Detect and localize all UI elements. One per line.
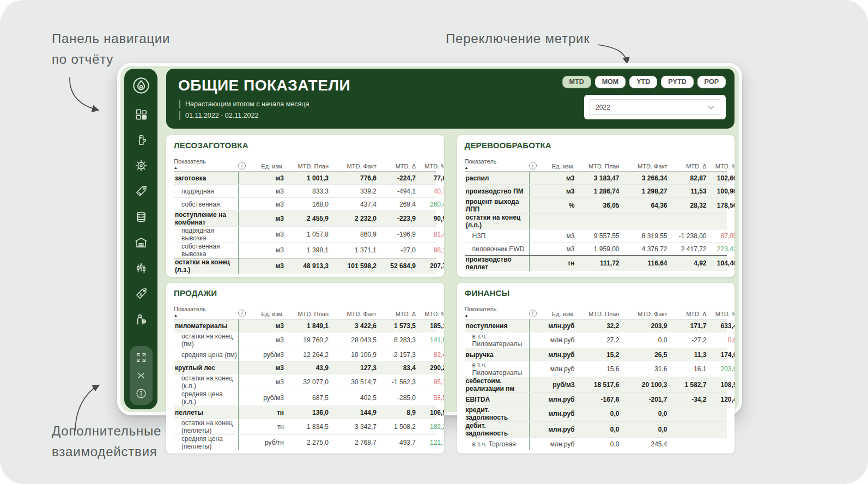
metric-button-pop[interactable]: POP bbox=[697, 76, 726, 88]
table-title: ПРОДАЖИ bbox=[174, 288, 436, 298]
row-unit: млн.руб bbox=[541, 361, 575, 377]
info-icon[interactable]: i bbox=[238, 162, 246, 170]
info-icon[interactable] bbox=[135, 388, 147, 400]
column-header-unit[interactable]: Ед. изм. bbox=[541, 163, 575, 170]
column-header-plan[interactable]: MTD. План bbox=[284, 163, 329, 170]
row-delta-value: 1 508,2 bbox=[377, 419, 416, 434]
info-icon[interactable]: i bbox=[529, 162, 537, 170]
sale-tag-icon[interactable] bbox=[134, 184, 148, 198]
table-row: поступление на комбинатм32 455,92 232,0-… bbox=[174, 210, 436, 226]
row-unit: м3 bbox=[541, 172, 575, 184]
column-header-delta[interactable]: MTD. Δ bbox=[667, 311, 707, 317]
column-header-plan[interactable]: MTD. План bbox=[575, 163, 620, 170]
table: Показатель▲iЕд. изм.MTD. ПланMTD. ФактMT… bbox=[465, 300, 727, 450]
column-header-indicator[interactable]: Показатель▲ bbox=[465, 306, 529, 317]
row-delta-value: 11,3 bbox=[667, 348, 707, 361]
person-settings-icon[interactable] bbox=[134, 312, 148, 326]
row-indicator-name: процент выхода ЛПП bbox=[465, 198, 529, 213]
row-unit: м3 bbox=[250, 185, 284, 197]
collapse-icon[interactable] bbox=[135, 370, 147, 382]
row-delta-value: -27,2 bbox=[667, 332, 707, 348]
table-row: круглый лесм343,9127,383,4290,2 bbox=[174, 361, 436, 374]
row-divider-cell bbox=[238, 406, 250, 419]
row-divider-cell bbox=[238, 374, 250, 390]
coins-icon[interactable] bbox=[134, 210, 148, 224]
row-delta-value bbox=[667, 438, 707, 450]
column-header-pct[interactable]: MTD. % bbox=[707, 311, 735, 317]
annotation-line: Панель навигации bbox=[52, 28, 170, 49]
row-percent-value: 81,4 bbox=[416, 227, 444, 242]
column-header-unit[interactable]: Ед. изм. bbox=[250, 163, 284, 170]
row-fact-value: 2 232,0 bbox=[329, 211, 377, 226]
row-unit: м3 bbox=[250, 258, 284, 274]
column-header-indicator[interactable]: Показатель▲ bbox=[465, 158, 529, 170]
row-divider-cell bbox=[529, 172, 541, 184]
row-percent-value: 82,4 bbox=[416, 348, 444, 361]
row-plan-value: 1 834,5 bbox=[284, 419, 329, 434]
row-percent-value: 77,6 bbox=[416, 172, 444, 184]
table-row: подряднаям3833,3339,2-494,140,7 bbox=[174, 184, 436, 197]
warehouse-icon[interactable] bbox=[134, 235, 148, 250]
row-plan-value: 27,2 bbox=[575, 332, 620, 348]
column-header-pct[interactable]: MTD. % bbox=[416, 311, 444, 317]
candlestick-chart-icon[interactable] bbox=[134, 261, 148, 275]
column-header-fact[interactable]: MTD. Факт bbox=[620, 311, 667, 317]
column-header-delta[interactable]: MTD. Δ bbox=[667, 163, 707, 170]
column-header-indicator[interactable]: Показатель▲ bbox=[174, 306, 238, 317]
row-delta-value: 1 582,7 bbox=[667, 377, 707, 392]
row-indicator-name: кредит. задолжность bbox=[465, 406, 529, 421]
price-tag-dollar-icon[interactable]: $ bbox=[134, 287, 148, 301]
row-plan-value: 0,0 bbox=[575, 422, 620, 437]
table-row: в т.ч. Пиломатериалымлн.руб15,631,616,12… bbox=[465, 361, 727, 377]
column-header-fact[interactable]: MTD. Факт bbox=[329, 311, 377, 317]
row-indicator-name: остатки на конец (к.л.) bbox=[174, 374, 238, 390]
row-percent-value: 0,0 bbox=[707, 332, 735, 348]
row-percent-value: 40,7 bbox=[416, 185, 444, 197]
row-delta-value: -1 562,3 bbox=[377, 374, 416, 390]
column-header-unit[interactable]: Ед. изм. bbox=[250, 311, 284, 317]
column-header-plan[interactable]: MTD. План bbox=[284, 311, 329, 317]
row-plan-value: 18 517,6 bbox=[575, 377, 620, 392]
row-delta-value: -285,0 bbox=[377, 390, 416, 406]
expand-icon[interactable] bbox=[135, 352, 147, 364]
metric-button-mom[interactable]: MOM bbox=[595, 76, 626, 88]
table-card-finance: ФИНАНСЫ Показатель▲iЕд. изм.MTD. ПланMTD… bbox=[457, 283, 735, 453]
row-percent-value bbox=[707, 406, 735, 421]
row-unit: м3 bbox=[250, 374, 284, 390]
gear-icon[interactable] bbox=[134, 159, 148, 173]
row-fact-value: 144,9 bbox=[329, 406, 377, 419]
row-percent-value: 120,4 bbox=[707, 393, 735, 406]
info-icon[interactable]: i bbox=[238, 310, 246, 317]
row-percent-value bbox=[707, 422, 735, 437]
table-row: заготовкам31 001,3776,6-224,777,6 bbox=[174, 172, 436, 184]
metric-button-ytd[interactable]: YTD bbox=[629, 76, 657, 88]
metric-button-pytd[interactable]: PYTD bbox=[661, 76, 693, 88]
column-header-fact[interactable]: MTD. Факт bbox=[329, 163, 377, 170]
column-header-indicator[interactable]: Показатель▲ bbox=[174, 158, 238, 170]
column-header-unit[interactable]: Ед. изм. bbox=[541, 311, 575, 317]
row-plan-value: 111,72 bbox=[575, 256, 620, 271]
row-delta-value: 269,4 bbox=[377, 198, 416, 210]
row-percent-value: 102,60 bbox=[707, 172, 735, 184]
column-header-label: Показатель bbox=[174, 306, 206, 312]
column-header-pct[interactable]: MTD. % bbox=[416, 163, 444, 170]
info-icon[interactable]: i bbox=[529, 310, 537, 317]
metric-button-mtd[interactable]: MTD bbox=[562, 76, 591, 88]
row-fact-value: 127,3 bbox=[329, 361, 377, 374]
column-header-pct[interactable]: MTD. % bbox=[707, 163, 735, 170]
row-fact-value: 0,0 bbox=[620, 406, 667, 421]
table-row: дебит. задолжностьмлн.руб0,00,0 bbox=[465, 421, 727, 437]
table-row: остатки на конец (л.з.)м348 913,3101 598… bbox=[174, 258, 436, 274]
column-header-plan[interactable]: MTD. План bbox=[575, 311, 620, 317]
glove-icon[interactable] bbox=[134, 133, 148, 147]
row-unit: м3 bbox=[250, 227, 284, 242]
table-row: в т.ч. Торговаямлн.руб0,0245,4 bbox=[465, 437, 727, 450]
row-unit: м3 bbox=[250, 172, 284, 184]
year-filter-dropdown[interactable]: 2022 bbox=[590, 99, 720, 115]
column-header-delta[interactable]: MTD. Δ bbox=[377, 163, 416, 170]
row-percent-value: 100,90 bbox=[707, 185, 735, 197]
row-unit: м3 bbox=[250, 361, 284, 374]
dashboard-grid-icon[interactable] bbox=[134, 107, 148, 122]
column-header-fact[interactable]: MTD. Факт bbox=[620, 163, 667, 170]
column-header-delta[interactable]: MTD. Δ bbox=[377, 311, 416, 317]
